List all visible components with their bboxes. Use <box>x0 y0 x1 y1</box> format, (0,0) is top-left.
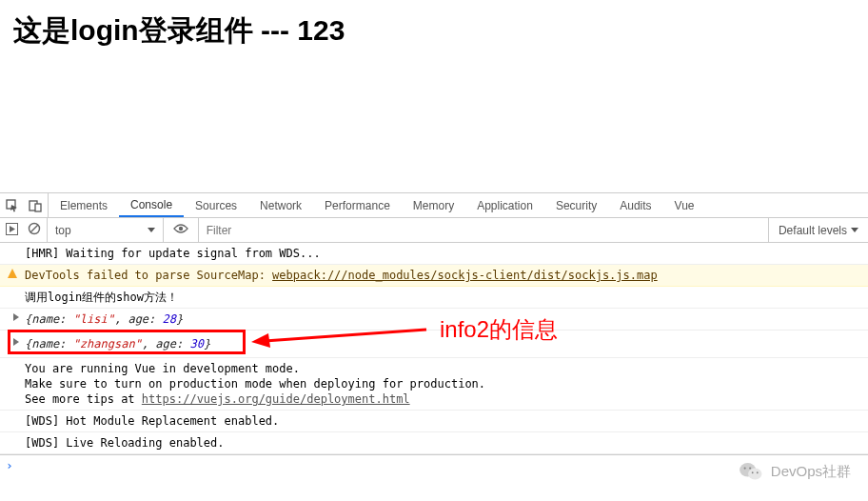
devtools-tabs: Elements Console Sources Network Perform… <box>49 193 706 217</box>
log-message: [HMR] Waiting for update signal from WDS… <box>0 243 868 265</box>
tab-vue[interactable]: Vue <box>663 193 706 217</box>
svg-line-5 <box>30 225 38 232</box>
log-message: You are running Vue in development mode.… <box>0 358 868 410</box>
svg-point-12 <box>749 468 751 470</box>
svg-rect-2 <box>35 204 41 211</box>
clear-console-icon[interactable] <box>28 222 41 238</box>
svg-point-14 <box>757 471 759 473</box>
device-icon[interactable] <box>29 199 42 212</box>
tab-security[interactable]: Security <box>544 193 608 217</box>
svg-point-10 <box>748 469 761 480</box>
svg-point-6 <box>178 227 182 230</box>
play-icon[interactable] <box>6 223 18 238</box>
log-message: [WDS] Live Reloading enabled. <box>0 432 868 454</box>
levels-label: Default levels <box>779 224 847 237</box>
inspect-icon[interactable] <box>6 199 19 212</box>
console-log-area: [HMR] Waiting for update signal from WDS… <box>0 243 868 475</box>
log-object: {name: "zhangsan", age: 30} <box>0 331 868 358</box>
context-selector[interactable]: top <box>55 224 155 237</box>
log-object: {name: "lisi", age: 28} <box>0 309 868 331</box>
prompt-caret-icon: › <box>6 458 13 472</box>
svg-point-11 <box>743 468 745 470</box>
log-warning: DevTools failed to parse SourceMap: webp… <box>0 265 868 287</box>
tab-elements[interactable]: Elements <box>49 193 119 217</box>
svg-point-13 <box>752 471 754 473</box>
devtools-panel: Elements Console Sources Network Perform… <box>0 192 868 475</box>
watermark: DevOps社群 <box>739 461 851 482</box>
chevron-down-icon <box>851 228 858 232</box>
context-label: top <box>55 224 71 237</box>
log-levels-selector[interactable]: Default levels <box>768 218 868 242</box>
chevron-down-icon <box>148 228 155 232</box>
object-preview[interactable]: {name: "lisi", age: 28} <box>25 312 183 326</box>
warn-text: DevTools failed to parse SourceMap: <box>25 269 272 282</box>
tab-console[interactable]: Console <box>119 193 184 217</box>
vue-guide-link[interactable]: https://vuejs.org/guide/deployment.html <box>142 392 410 406</box>
page-title: 这是login登录组件 --- 123 <box>13 11 855 50</box>
object-preview[interactable]: {name: "zhangsan", age: 30} <box>25 337 210 351</box>
sourcemap-link[interactable]: webpack:///node_modules/sockjs-client/di… <box>272 269 658 282</box>
tab-performance[interactable]: Performance <box>313 193 402 217</box>
wechat-icon <box>739 461 763 482</box>
annotation-text: info2的信息 <box>440 314 558 345</box>
filter-input[interactable] <box>207 224 760 237</box>
console-filter-bar: top Default levels <box>0 218 868 243</box>
log-message: [WDS] Hot Module Replacement enabled. <box>0 410 868 432</box>
tab-network[interactable]: Network <box>248 193 313 217</box>
watermark-text: DevOps社群 <box>771 463 851 481</box>
tab-memory[interactable]: Memory <box>402 193 465 217</box>
expand-icon[interactable] <box>13 313 19 321</box>
tab-application[interactable]: Application <box>465 193 544 217</box>
log-message: 调用login组件的show方法！ <box>0 287 868 309</box>
devtools-tab-bar: Elements Console Sources Network Perform… <box>0 193 868 218</box>
live-expression-icon[interactable] <box>173 223 188 237</box>
expand-icon[interactable] <box>13 338 19 346</box>
tab-audits[interactable]: Audits <box>608 193 662 217</box>
tab-sources[interactable]: Sources <box>184 193 248 217</box>
